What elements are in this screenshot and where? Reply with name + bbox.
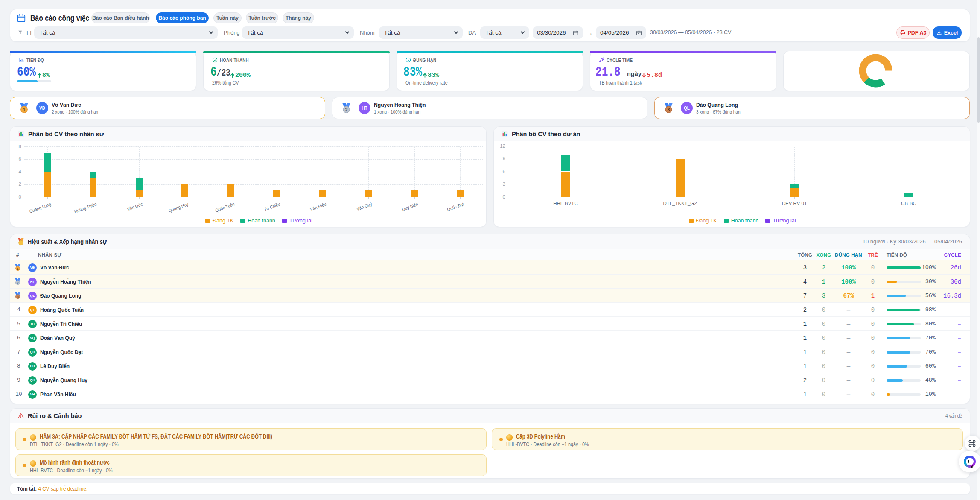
svg-text:3: 3 — [667, 107, 670, 112]
svg-text:1: 1 — [17, 267, 19, 271]
svg-text:1: 1 — [23, 107, 25, 112]
svg-text:3: 3 — [17, 295, 19, 299]
svg-text:2: 2 — [345, 107, 347, 112]
svg-text:2: 2 — [17, 281, 19, 285]
